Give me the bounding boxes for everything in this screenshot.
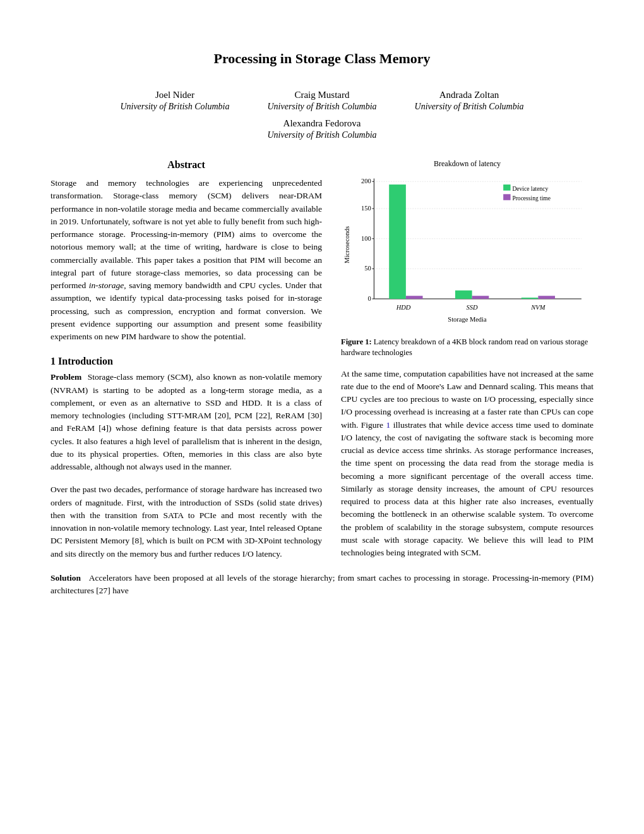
solution-label: Solution [51, 573, 81, 583]
author-1-name: Joel Nider [120, 90, 229, 100]
legend-device-box [503, 184, 510, 191]
author-3: Andrada Zoltan University of British Col… [415, 90, 524, 112]
abstract-heading: Abstract [51, 159, 322, 171]
intro-problem-para: Problem Storage-class memory (SCM), also… [51, 371, 322, 473]
author-1: Joel Nider University of British Columbi… [120, 90, 229, 112]
authors-row-1: Joel Nider University of British Columbi… [51, 90, 593, 112]
authors-section: Joel Nider University of British Columbi… [51, 90, 593, 140]
svg-text:50: 50 [364, 265, 371, 272]
fig1-link[interactable]: 1 [386, 420, 390, 430]
two-col-layout: Abstract Storage and memory technologies… [51, 159, 593, 560]
ssd-process-bar [472, 296, 489, 299]
author-3-name: Andrada Zoltan [415, 90, 524, 100]
svg-text:HDD: HDD [396, 304, 411, 311]
solution-section: Solution Accelerators have been proposed… [51, 572, 593, 598]
abstract-section: Abstract Storage and memory technologies… [51, 159, 322, 343]
problem-label: Problem [51, 372, 81, 382]
figure-1-caption: Figure 1: Latency breakdown of a 4KB blo… [341, 337, 593, 359]
author-1-affil: University of British Columbia [120, 102, 229, 112]
author-2-name: Craig Mustard [267, 90, 376, 100]
svg-text:0: 0 [367, 295, 371, 302]
author-2-affil: University of British Columbia [267, 102, 376, 112]
svg-text:Microseconds: Microseconds [343, 226, 350, 263]
chart-title: Breakdown of latency [341, 159, 593, 169]
author-4-name: Alexandra Fedorova [51, 118, 593, 129]
legend-process-label: Processing time [512, 195, 551, 202]
right-column: Breakdown of latency 0 50 [341, 159, 593, 560]
hdd-process-bar [406, 296, 423, 299]
legend-device-label: Device latency [512, 186, 548, 192]
figure-1-caption-num: Figure 1: [341, 337, 372, 346]
figure-1-container: Breakdown of latency 0 50 [341, 159, 593, 359]
svg-text:Storage Media: Storage Media [448, 316, 487, 323]
svg-text:100: 100 [361, 235, 371, 242]
intro-heading: 1 Introduction [51, 356, 322, 367]
nvm-process-bar [538, 296, 555, 299]
author-3-affil: University of British Columbia [415, 102, 524, 112]
svg-text:SSD: SSD [467, 304, 478, 311]
figure-1-caption-text: Latency breakdown of a 4KB block random … [341, 337, 588, 358]
svg-text:200: 200 [361, 178, 371, 184]
left-column: Abstract Storage and memory technologies… [51, 159, 322, 560]
author-2: Craig Mustard University of British Colu… [267, 90, 376, 112]
intro-section: 1 Introduction Problem Storage-class mem… [51, 356, 322, 560]
solution-para: Solution Accelerators have been proposed… [51, 572, 593, 598]
right-col-body: At the same time, computation capabiliti… [341, 368, 593, 560]
legend-process-box [503, 194, 510, 200]
intro-para2: Over the past two decades, performance o… [51, 483, 322, 560]
svg-text:150: 150 [361, 205, 371, 212]
author-4-affil: University of British Columbia [51, 130, 593, 140]
hdd-device-bar [389, 184, 406, 299]
svg-text:NVM: NVM [530, 304, 546, 311]
ssd-device-bar [455, 291, 472, 299]
abstract-text: Storage and memory technologies are expe… [51, 177, 322, 343]
latency-chart: 0 50 100 150 [341, 172, 593, 329]
nvm-device-bar [522, 298, 539, 299]
paper-title: Processing in Storage Class Memory [51, 51, 593, 67]
chart-area: 0 50 100 150 [341, 172, 593, 332]
author-4-row: Alexandra Fedorova University of British… [51, 118, 593, 140]
